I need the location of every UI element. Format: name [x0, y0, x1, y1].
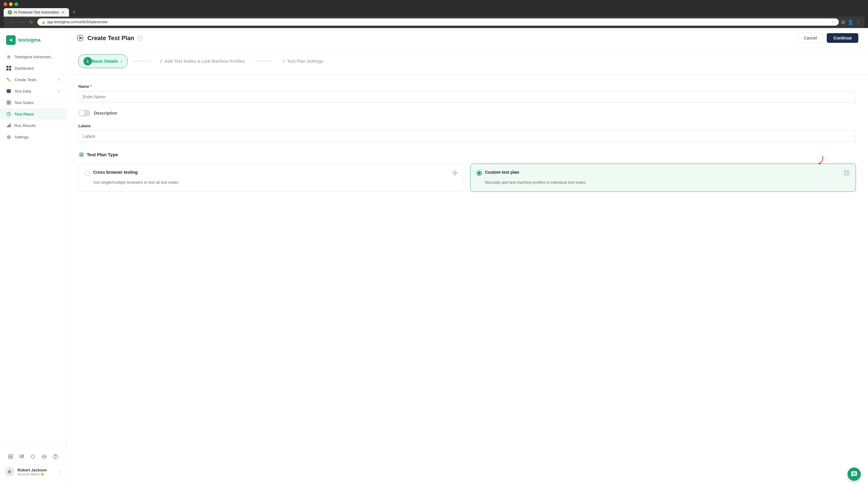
tab-title: AI Powered Test Automation	[14, 10, 59, 15]
tab-close-icon[interactable]: ✕	[61, 10, 65, 15]
lock-icon: 🔒	[41, 21, 45, 24]
labels-input[interactable]	[79, 131, 856, 142]
browser-chrome: ⚡ AI Powered Test Automation ✕ + ← → ↻ 🔒…	[0, 0, 868, 28]
svg-point-23	[454, 172, 456, 173]
plan-type-header: ⚙️ Test Plan Type	[79, 152, 856, 157]
maximize-button[interactable]	[14, 2, 18, 6]
required-indicator: *	[90, 84, 92, 89]
avatar: R	[5, 467, 14, 477]
crown-icon: 👑	[40, 472, 44, 476]
svg-point-27	[454, 174, 456, 175]
continue-button[interactable]: Continue	[827, 33, 858, 43]
step-3[interactable]: 3 Test Plan Settings	[278, 56, 328, 66]
close-button[interactable]	[4, 2, 7, 6]
cross-browser-desc: Use single/multiple browsers to test all…	[93, 179, 458, 185]
browser-action-icons: ⊞ 👤 ⋮	[841, 19, 861, 25]
name-input[interactable]	[79, 91, 856, 103]
cancel-button[interactable]: Cancel	[798, 33, 824, 43]
step-1[interactable]: 1 Basic Details ›	[79, 54, 127, 68]
page-title: Create Test Plan	[87, 35, 134, 41]
address-bar: ← → ↻ 🔒 app.testsigma.com/ui/td/34/plans…	[4, 17, 864, 28]
sidebar-item-test-data[interactable]: Test Data ▾	[0, 85, 66, 97]
svg-rect-14	[11, 455, 13, 456]
menu-icon[interactable]: ⋮	[856, 19, 861, 25]
help-icon[interactable]	[51, 452, 60, 461]
settings-icon: ⚙️	[6, 134, 11, 140]
bookmark-icon[interactable]: ☆	[831, 20, 835, 24]
database-icon	[6, 88, 11, 94]
svg-point-25	[456, 172, 457, 173]
step-2-number: 2	[160, 59, 162, 64]
url-text: app.testsigma.com/ui/td/34/plans/new	[47, 20, 107, 24]
svg-rect-30	[847, 170, 849, 172]
custom-plan-title: Custom test plan	[485, 170, 519, 175]
svg-rect-6	[9, 101, 10, 102]
custom-plan-card[interactable]: Custom test plan Manually add test	[470, 164, 856, 192]
refresh-button[interactable]: ↻	[28, 19, 35, 25]
svg-marker-28	[818, 162, 821, 165]
cross-browser-header: Cross browser testing	[85, 170, 458, 177]
active-tab[interactable]: ⚡ AI Powered Test Automation ✕	[4, 8, 69, 17]
top-bar: Create Test Plan ? Cancel Continue	[66, 28, 868, 48]
logo-text: testsigma	[18, 37, 41, 43]
chat-button[interactable]	[847, 467, 861, 481]
cross-browser-radio[interactable]	[85, 170, 90, 176]
user-profile[interactable]: R Robert Jackson Account Admin 👑 ›	[0, 464, 66, 480]
sidebar-item-test-plans[interactable]: Test Plans	[0, 108, 66, 120]
svg-marker-22	[80, 37, 82, 39]
new-tab-button[interactable]: +	[70, 8, 79, 17]
wizard-stepper: 1 Basic Details › 2 Add Test Suites & Li…	[66, 48, 868, 75]
description-label: Description	[94, 111, 117, 116]
custom-plan-radio[interactable]	[476, 170, 482, 176]
svg-rect-2	[6, 68, 8, 70]
puzzle-icon[interactable]	[17, 452, 27, 461]
sidebar-item-settings[interactable]: ⚙️ Settings	[0, 131, 66, 143]
hat-icon[interactable]	[39, 452, 49, 461]
step-connector-1	[132, 61, 150, 61]
labels-label: Labels	[79, 124, 856, 128]
sidebar-item-dashboard[interactable]: Dashboard	[0, 62, 66, 74]
minimize-button[interactable]	[9, 2, 13, 6]
svg-rect-16	[11, 457, 13, 459]
radio-inner-dot	[478, 172, 481, 175]
run-results-label: Run Results	[14, 123, 36, 128]
dashboard-label: Dashboard	[14, 66, 34, 70]
description-row: Description	[79, 110, 856, 116]
sidebar-workspace[interactable]: ⊞ Testsigma Advanced...	[0, 51, 66, 62]
name-label: Name *	[79, 84, 856, 89]
cross-browser-card[interactable]: Cross browser testing	[79, 164, 464, 192]
extensions-icon[interactable]: ⊞	[841, 19, 845, 25]
svg-rect-13	[8, 455, 10, 456]
svg-rect-11	[8, 125, 9, 127]
traffic-lights	[4, 2, 864, 6]
profile-icon[interactable]: 👤	[847, 19, 854, 25]
svg-rect-32	[847, 173, 849, 175]
create-tests-label: Create Tests	[14, 78, 36, 82]
play-circle-icon	[76, 34, 84, 42]
sidebar-item-run-results[interactable]: Run Results	[0, 120, 66, 131]
custom-plan-desc: Manually add test machine profiles to in…	[485, 179, 849, 185]
svg-rect-15	[8, 457, 10, 459]
name-group: Name *	[79, 84, 856, 103]
app-container: ✦ testsigma ⊞ Testsigma Advanced... Dash…	[0, 28, 868, 488]
cross-browser-icon	[452, 170, 458, 177]
chevron-down-icon: ▾	[58, 78, 60, 82]
sidebar-item-test-suites[interactable]: Test Suites	[0, 97, 66, 108]
user-role: Account Admin 👑	[18, 472, 57, 476]
step-connector-2	[255, 61, 273, 61]
svg-rect-5	[7, 101, 8, 102]
sidebar: ✦ testsigma ⊞ Testsigma Advanced... Dash…	[0, 28, 66, 488]
grid-icon: ⊞	[6, 54, 11, 59]
sidebar-item-create-tests[interactable]: ✏️ Create Tests ▾	[0, 74, 66, 85]
url-input[interactable]: 🔒 app.testsigma.com/ui/td/34/plans/new ☆	[37, 19, 839, 26]
step-2[interactable]: 2 Add Test Suites & Link Machine Profile…	[155, 56, 250, 66]
user-details: Robert Jackson Account Admin 👑	[18, 468, 57, 476]
test-plans-label: Test Plans	[14, 112, 34, 116]
refresh-bottom-icon[interactable]	[28, 452, 38, 461]
svg-rect-8	[9, 103, 10, 104]
forward-button[interactable]: →	[18, 19, 25, 25]
description-toggle[interactable]	[79, 110, 90, 116]
page-help-icon[interactable]: ?	[137, 35, 143, 41]
back-button[interactable]: ←	[7, 19, 15, 25]
layout-icon[interactable]	[6, 452, 16, 461]
